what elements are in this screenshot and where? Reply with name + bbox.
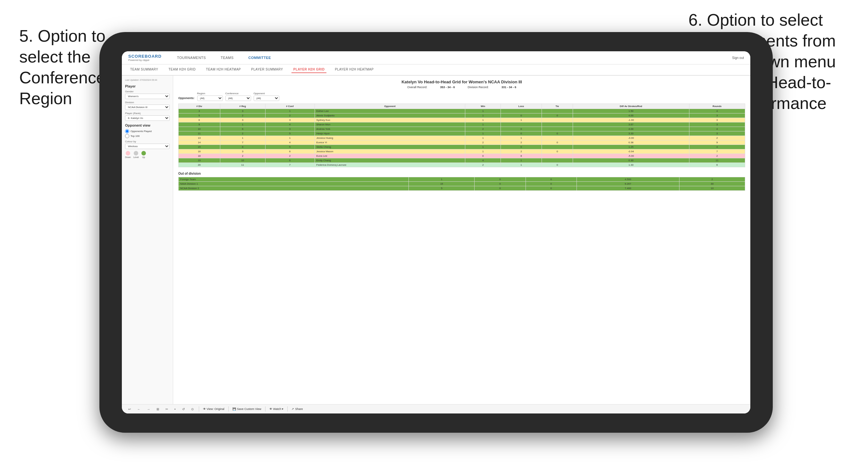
undo-btn[interactable]: ↩: [127, 407, 132, 411]
cell-5: 8: [500, 154, 541, 158]
down-label: Down: [125, 156, 131, 158]
cell-3: Euna Lee: [315, 154, 465, 158]
out-div-opponent: NCAA Division 2: [179, 186, 409, 191]
table-row: 1474Eunice Yi2200.389: [179, 141, 745, 145]
out-div-cell-3: 9.267: [577, 182, 679, 186]
separator-1: [199, 406, 199, 411]
player-rank-select[interactable]: 8. Katelyn Vo: [125, 115, 169, 121]
cell-6: [541, 158, 573, 163]
table-row: 914Sharon Mun13.673: [179, 122, 745, 127]
save-custom-btn[interactable]: 💾 Save Custom View: [232, 407, 261, 411]
cell-7: 0.30: [573, 158, 689, 163]
cell-8: 3: [689, 131, 745, 136]
region-filter-select[interactable]: (All): [197, 95, 223, 101]
back-btn[interactable]: ←: [136, 407, 142, 411]
table-row: 1125Heejo Hyun1003.333: [179, 131, 745, 136]
sub-nav-team-h2h-heatmap[interactable]: TEAM H2H HEATMAP: [204, 66, 243, 73]
sub-nav-team-summary[interactable]: TEAM SUMMARY: [128, 66, 160, 73]
filter-row: Opponents: Region (All) Conference (All): [178, 92, 745, 101]
target-btn[interactable]: ⊙: [190, 407, 195, 411]
cell-4: 0: [465, 154, 501, 158]
cell-3: Jessica Huang: [315, 136, 465, 141]
table-row: 20117Federica Domecq Lacroze2101.336: [179, 163, 745, 167]
sub-nav-player-h2h-grid[interactable]: PLAYER H2H GRID: [291, 66, 327, 73]
cell-7: 3.33: [573, 131, 689, 136]
save-icon: 💾: [232, 407, 236, 411]
sign-out-link[interactable]: Sign out: [732, 56, 744, 60]
overall-record-value: 353 - 34 - 6: [440, 86, 455, 89]
main-content: Last Updated: 27/03/2024 09:44 Player Ge…: [122, 75, 750, 404]
cell-6: 0: [541, 163, 573, 167]
out-div-row: Foreign Team1004.5002: [179, 177, 745, 182]
table-row: 331Esther Lee11.504: [179, 109, 745, 114]
cell-7: 1.25: [573, 145, 689, 149]
down-color-dot: [126, 151, 130, 155]
cell-4: 2: [465, 163, 501, 167]
table-row: 1636Jessica Mason120-0.947: [179, 149, 745, 154]
view-icon: 👁: [203, 407, 206, 411]
table-row: 522Alexis Sudjianto1004.003: [179, 114, 745, 118]
cell-5: 1: [500, 118, 541, 122]
division-select[interactable]: NCAA Division III: [125, 104, 169, 110]
table-row: 19106Emily Chang410.3011: [179, 158, 745, 163]
col-reg: # Reg: [220, 104, 265, 109]
grid-btn[interactable]: ⊞: [155, 407, 160, 411]
cell-4: 1: [465, 136, 501, 141]
cell-4: 1: [465, 114, 501, 118]
cell-1: 10: [220, 158, 265, 163]
region-filter-group: Region (All): [197, 92, 223, 101]
cell-5: 0: [500, 145, 541, 149]
watch-btn[interactable]: 👁 Watch ▾: [269, 407, 284, 411]
share-label: Share: [295, 407, 303, 411]
cell-8: 4: [689, 127, 745, 131]
cell-5: 1: [500, 136, 541, 141]
cell-2: 2: [265, 154, 315, 158]
table-row: 633Sydney Kuo11-1.003: [179, 118, 745, 122]
separator-4: [287, 406, 288, 411]
cut-btn[interactable]: ✂: [164, 407, 169, 411]
col-opponent: Opponent: [315, 104, 465, 109]
share-icon: ↗: [291, 407, 294, 411]
refresh-btn[interactable]: ↺: [181, 407, 186, 411]
color-indicators: Down Level Up: [125, 151, 169, 158]
report-title: Katelyn Vo Head-to-Head Grid for Women's…: [178, 80, 745, 84]
colour-by-label: Colour by: [125, 140, 169, 143]
out-div-row: NCAA Division 25007.40010: [179, 186, 745, 191]
cell-2: 3: [265, 118, 315, 122]
cell-8: 7: [689, 149, 745, 154]
colour-by-select[interactable]: Win/loss: [125, 144, 169, 149]
player-rank-label: Player (Rank): [125, 112, 169, 115]
forward-btn[interactable]: →: [146, 407, 151, 411]
sub-nav-player-summary[interactable]: PLAYER SUMMARY: [249, 66, 285, 73]
sidebar-player-title: Player: [125, 84, 169, 88]
cell-8: 9: [689, 141, 745, 145]
cell-0: 19: [179, 158, 220, 163]
cell-4: 1: [465, 118, 501, 122]
nav-committee[interactable]: COMMITTEE: [246, 55, 274, 61]
cell-3: Eunice Yi: [315, 141, 465, 145]
cell-0: 20: [179, 163, 220, 167]
radio-opponents-played[interactable]: Opponents Played: [125, 129, 169, 133]
share-btn[interactable]: ↗ Share: [291, 407, 303, 411]
nav-teams[interactable]: TEAMS: [218, 55, 236, 61]
cell-0: 18: [179, 154, 220, 158]
radio-top100[interactable]: Top 100: [125, 134, 169, 138]
view-original-btn[interactable]: 👁 View: Original: [203, 407, 224, 411]
sub-nav-player-h2h-heatmap[interactable]: PLAYER H2H HEATMAP: [333, 66, 375, 73]
sub-nav-team-h2h-grid[interactable]: TEAM H2H GRID: [167, 66, 198, 73]
nav-tournaments[interactable]: TOURNAMENTS: [175, 55, 209, 61]
logo-sub: Powered by clippd: [128, 59, 162, 62]
conference-filter-select[interactable]: (All): [225, 95, 251, 101]
cell-2: 6: [265, 158, 315, 163]
cell-8: 6: [689, 163, 745, 167]
cell-2: 3: [265, 127, 315, 131]
level-label: Level: [133, 156, 139, 158]
opponent-filter-select[interactable]: (All): [254, 95, 279, 101]
gender-select[interactable]: Women's: [125, 94, 169, 99]
logo-text: SCOREBOARD: [128, 54, 162, 59]
dot-btn[interactable]: •: [173, 407, 177, 411]
region-filter-label: Region: [197, 92, 223, 95]
cell-1: 2: [220, 114, 265, 118]
cell-1: 3: [220, 149, 265, 154]
cell-0: 3: [179, 109, 220, 114]
